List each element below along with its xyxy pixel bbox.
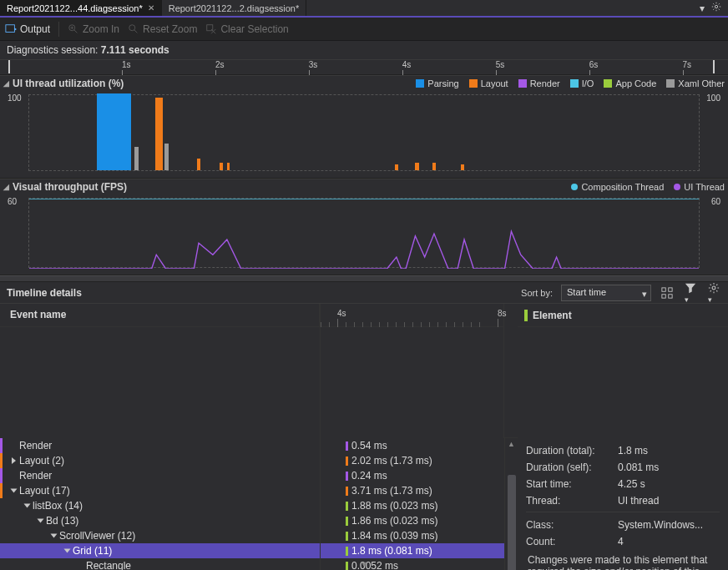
chart-bar xyxy=(432,163,437,170)
collapse-icon[interactable] xyxy=(12,457,16,464)
svg-rect-1 xyxy=(6,24,15,32)
timeline-header[interactable]: 4s8s xyxy=(321,304,503,327)
property-value: UI thread xyxy=(618,495,720,507)
row-value: 2.02 ms (1.73 ms) xyxy=(351,455,432,467)
table-row[interactable]: Layout (17)3.71 ms (1.73 ms) xyxy=(0,483,504,498)
row-label: Grid (11) xyxy=(73,545,112,557)
duration-bar xyxy=(346,547,348,556)
collapse-icon[interactable]: ◢ xyxy=(3,183,9,191)
table-row[interactable]: Layout (2)2.02 ms (1.73 ms) xyxy=(0,453,504,468)
legend-label: Composition Thread xyxy=(581,182,664,192)
legend-label: App Code xyxy=(615,78,656,88)
table-row[interactable]: Bd (13)1.86 ms (0.023 ms) xyxy=(0,513,504,528)
y-axis-label: 60 xyxy=(711,197,720,206)
row-value: 1.8 ms (0.081 ms) xyxy=(351,545,432,557)
scrollbar-thumb[interactable] xyxy=(508,475,516,570)
y-axis-label: 60 xyxy=(8,197,17,206)
legend-swatch xyxy=(570,79,579,88)
table-row[interactable]: Render0.24 ms xyxy=(0,468,504,483)
chart-bar xyxy=(97,93,131,170)
scroll-down-icon[interactable]: ▼ xyxy=(0,558,728,570)
output-button[interactable]: Output xyxy=(5,23,50,35)
group-icon[interactable] xyxy=(660,285,675,300)
section-title: UI thread utilization (%) xyxy=(13,78,124,89)
expand-icon[interactable] xyxy=(64,549,71,553)
legend-label: Render xyxy=(530,78,560,88)
expand-icon[interactable] xyxy=(38,519,44,523)
table-row[interactable]: Grid (11)1.8 ms (0.081 ms) xyxy=(0,543,504,558)
session-label: Diagnostics session: 7.111 seconds xyxy=(0,41,728,60)
clear-selection-button[interactable]: Clear Selection xyxy=(205,23,288,35)
ruler-tick: 7s xyxy=(683,60,692,69)
timeline-tick: 4s xyxy=(337,309,346,318)
legend-item: I/O xyxy=(570,78,594,88)
table-row[interactable]: ScrollViewer (12)1.84 ms (0.039 ms) xyxy=(0,528,504,543)
gear-icon[interactable] xyxy=(711,2,721,14)
legend-swatch xyxy=(416,79,424,88)
element-properties: Duration (total):1.8 msDuration (self):0… xyxy=(518,438,728,570)
legend-item: Parsing xyxy=(416,78,458,88)
section-title: Visual throughput (FPS) xyxy=(13,181,127,193)
row-label: Render xyxy=(19,470,52,482)
close-icon[interactable]: ✕ xyxy=(148,3,154,13)
gear-icon[interactable]: ▾ xyxy=(706,280,721,305)
svg-rect-5 xyxy=(662,287,665,290)
duration-bar xyxy=(346,502,348,511)
tab-report-1[interactable]: Report2021122...44.diagsession* ✕ xyxy=(0,0,162,16)
y-axis-label: 100 xyxy=(8,93,22,103)
expand-icon[interactable] xyxy=(24,504,31,508)
property-value: 0.081 ms xyxy=(618,462,720,473)
svg-rect-7 xyxy=(669,287,672,290)
ruler-tick: 6s xyxy=(589,60,599,69)
ruler-tick: 4s xyxy=(402,60,412,69)
legend-swatch xyxy=(469,79,478,88)
expand-icon[interactable] xyxy=(11,489,18,493)
duration-bar xyxy=(346,517,348,526)
reset-zoom-label: Reset Zoom xyxy=(143,23,197,35)
chart-bar xyxy=(415,163,419,170)
table-row[interactable]: listBox (14)1.88 ms (0.023 ms) xyxy=(0,498,504,513)
legend-item: Xaml Other xyxy=(666,78,725,88)
chart-bar xyxy=(227,163,230,170)
sort-by-label: Sort by: xyxy=(521,288,553,298)
legend-label: Parsing xyxy=(427,78,458,88)
duration-bar xyxy=(346,487,348,496)
ui-utilization-chart[interactable]: 100 100 xyxy=(28,94,700,171)
tab-strip: Report2021122...44.diagsession* ✕ Report… xyxy=(0,0,728,18)
svg-rect-6 xyxy=(662,294,665,297)
scroll-up-icon[interactable]: ▲ xyxy=(505,438,518,450)
duration-bar xyxy=(346,441,348,451)
property-value: System.Windows... xyxy=(618,519,720,531)
legend-swatch xyxy=(571,184,578,190)
element-header: Element xyxy=(533,310,572,321)
tab-label: Report2021122...2.diagsession* xyxy=(169,3,300,13)
row-label: Layout (17) xyxy=(19,485,70,497)
svg-point-9 xyxy=(712,286,715,290)
reset-zoom-button[interactable]: Reset Zoom xyxy=(128,23,197,35)
chart-bar xyxy=(461,164,465,170)
row-value: 0.24 ms xyxy=(351,470,387,482)
row-label: Layout (2) xyxy=(19,455,64,467)
property-label: Count: xyxy=(526,536,618,547)
tab-menu-icon[interactable]: ▾ xyxy=(700,3,705,14)
time-ruler[interactable]: 1s2s3s4s5s6s7s xyxy=(0,60,728,75)
zoom-in-button[interactable]: Zoom In xyxy=(68,23,119,35)
tab-report-2[interactable]: Report2021122...2.diagsession* xyxy=(162,0,307,16)
fps-chart[interactable]: 60 60 xyxy=(28,198,700,268)
collapse-icon[interactable]: ◢ xyxy=(3,79,9,88)
event-name-header[interactable]: Event name xyxy=(0,304,320,327)
y-axis-label: 100 xyxy=(706,93,720,103)
property-value: 4 xyxy=(618,536,720,547)
row-label: listBox (14) xyxy=(33,500,83,512)
property-row: Thread:UI thread xyxy=(526,495,720,507)
expand-icon[interactable] xyxy=(51,534,58,538)
filter-icon[interactable]: ▾ xyxy=(683,280,698,305)
legend-swatch xyxy=(666,79,675,88)
sort-by-select[interactable]: Start time ▾ xyxy=(561,285,651,301)
property-row: Start time:4.25 s xyxy=(526,478,720,490)
sort-by-value: Start time xyxy=(567,287,606,297)
ruler-tick: 3s xyxy=(309,60,318,69)
table-row[interactable]: Render0.54 ms xyxy=(0,438,504,453)
toolbar: Output Zoom In Reset Zoom Clear Selectio… xyxy=(0,18,728,41)
vertical-scrollbar[interactable]: ▲ ▼ xyxy=(504,438,518,570)
